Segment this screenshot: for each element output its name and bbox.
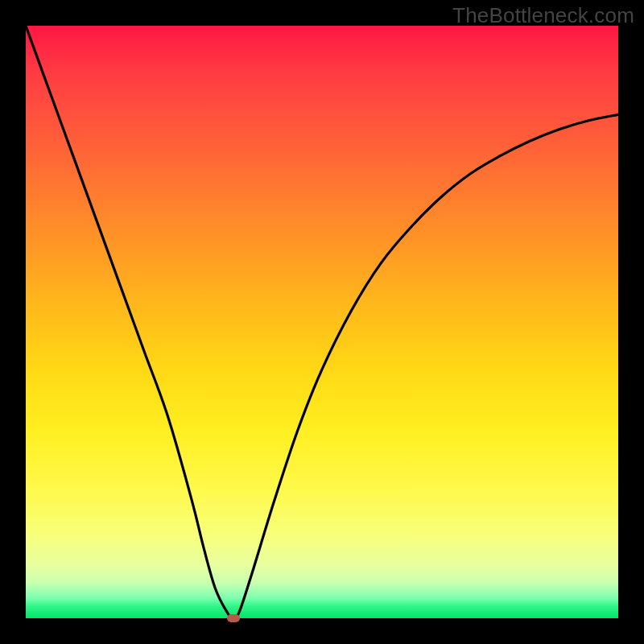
bottleneck-curve bbox=[26, 26, 618, 618]
minimum-marker bbox=[227, 614, 240, 622]
curve-svg bbox=[26, 26, 618, 618]
watermark-text: TheBottleneck.com bbox=[452, 3, 634, 28]
chart-container: TheBottleneck.com bbox=[0, 0, 644, 644]
plot-area bbox=[26, 26, 618, 618]
